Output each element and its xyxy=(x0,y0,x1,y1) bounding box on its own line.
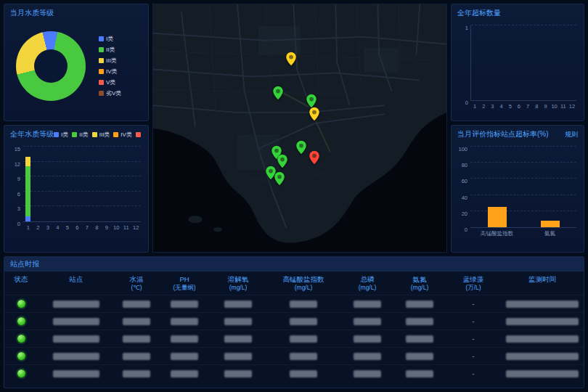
column-header-line1: 溶解氧 xyxy=(228,275,249,283)
status-indicator xyxy=(17,335,25,343)
redacted-value xyxy=(354,370,381,377)
x-axis-label: 12 xyxy=(568,103,576,110)
table-cell xyxy=(341,318,393,325)
legend-label: II类 xyxy=(106,46,115,54)
pie-body: I类II类III类IV类V类劣V类 xyxy=(4,20,148,113)
redacted-value xyxy=(290,318,317,325)
redacted-value xyxy=(171,353,198,360)
legend-swatch xyxy=(72,132,77,137)
column-header-line2: (无量纲) xyxy=(158,284,211,292)
legend-label: IV类 xyxy=(121,131,132,139)
panel-header: 当月水质等级 xyxy=(4,4,148,20)
y-axis-label: 1 xyxy=(465,25,468,31)
bar-segment xyxy=(25,216,30,221)
station-marker[interactable] xyxy=(296,140,307,158)
station-marker[interactable] xyxy=(285,52,296,69)
redacted-value xyxy=(123,335,150,343)
y-axis-label: 0 xyxy=(465,99,468,106)
station-marker[interactable] xyxy=(309,150,320,168)
redacted-value xyxy=(224,301,252,308)
column-header-line2: (万/L) xyxy=(446,284,501,292)
column-header: PH(无量纲) xyxy=(158,275,211,292)
bar-slot xyxy=(82,147,92,221)
station-report-table: 站点时报 状态站点水温(℃)PH(无量纲)溶解氧(mg/L)高锰酸盐指数(mg/… xyxy=(4,256,584,388)
bar-slot xyxy=(102,147,112,221)
column-header: 监测时间 xyxy=(501,275,584,292)
x-axis-label: 高锰酸盐指数 xyxy=(470,230,523,237)
table-cell xyxy=(115,370,158,377)
redacted-value xyxy=(171,318,198,325)
y-axis-label: 80 xyxy=(462,162,467,168)
stacked-bar xyxy=(123,147,128,221)
redacted-value xyxy=(406,370,433,377)
table-row: - xyxy=(4,312,584,330)
legend-item[interactable]: V类 xyxy=(136,131,142,139)
legend-item[interactable]: I类 xyxy=(99,35,121,43)
station-marker[interactable] xyxy=(274,171,285,189)
bar-slot xyxy=(131,147,142,221)
table-cell xyxy=(211,370,266,377)
rules-link[interactable]: 规则 xyxy=(565,130,578,139)
table-row: - xyxy=(4,330,584,347)
bar-slot xyxy=(92,147,102,221)
donut-chart xyxy=(16,31,86,101)
station-marker[interactable] xyxy=(272,86,283,103)
legend-item[interactable]: 劣V类 xyxy=(99,89,121,97)
table-cell xyxy=(393,335,446,343)
legend-item[interactable]: IV类 xyxy=(99,68,121,75)
legend-label: V类 xyxy=(106,78,115,86)
x-axis-label: 12 xyxy=(131,224,142,231)
x-axis-label: 3 xyxy=(488,103,497,110)
table-cell xyxy=(341,353,393,360)
stacked-bar xyxy=(55,147,60,221)
table-row: - xyxy=(4,364,584,382)
y-axis-label: 0 xyxy=(17,221,20,227)
table-cell xyxy=(158,370,211,377)
redacted-value xyxy=(171,370,198,377)
redacted-timestamp xyxy=(506,301,579,308)
table-cell xyxy=(501,353,584,360)
legend-item[interactable]: V类 xyxy=(99,78,121,86)
legend-item[interactable]: IV类 xyxy=(113,131,132,139)
legend-item[interactable]: III类 xyxy=(92,131,110,139)
column-header-line1: 水温 xyxy=(130,275,144,283)
column-header-line1: 监测时间 xyxy=(528,275,556,283)
legend-item[interactable]: II类 xyxy=(72,131,88,139)
redacted-site-name xyxy=(53,318,99,325)
x-axis-label: 6 xyxy=(73,224,83,231)
table-cell xyxy=(341,335,393,343)
redacted-site-name xyxy=(53,301,99,308)
legend-item[interactable]: II类 xyxy=(99,46,121,54)
table-cell xyxy=(4,300,38,308)
legend-item[interactable]: III类 xyxy=(99,57,121,65)
x-axis-label: 8 xyxy=(532,103,541,110)
panel-month-quality: 当月水质等级 I类II类III类IV类V类劣V类 xyxy=(4,4,149,121)
column-header: 溶解氧(mg/L) xyxy=(211,275,266,292)
map-canvas[interactable] xyxy=(152,4,447,253)
water-quality-dashboard: 当月水质等级 I类II类III类IV类V类劣V类 xyxy=(0,0,588,392)
station-marker[interactable] xyxy=(277,154,287,171)
column-header-line1: 蓝绿藻 xyxy=(463,275,484,283)
panel-title: 全年超标数量 xyxy=(457,8,501,18)
column-header: 总磷(mg/L) xyxy=(341,275,393,292)
redacted-value xyxy=(290,370,317,377)
column-header-line2: (mg/L) xyxy=(211,284,266,292)
station-marker[interactable] xyxy=(309,107,320,124)
gridline xyxy=(471,25,576,25)
rate-bar xyxy=(488,207,507,227)
redacted-value xyxy=(224,335,252,343)
redacted-value xyxy=(290,301,317,308)
bar-slot xyxy=(23,147,33,221)
table-cell xyxy=(4,352,38,360)
x-axis-label: 2 xyxy=(33,224,44,231)
redacted-value xyxy=(224,370,252,377)
table-cell xyxy=(393,318,446,325)
column-header-line2: (℃) xyxy=(115,284,158,292)
table-cell xyxy=(38,301,115,308)
y-axis-label: 100 xyxy=(458,146,467,152)
x-axis-label: 5 xyxy=(62,224,73,231)
pie-legend: I类II类III类IV类V类劣V类 xyxy=(99,35,121,97)
redacted-value xyxy=(123,301,150,308)
x-axis-label: 9 xyxy=(102,224,112,231)
legend-item[interactable]: I类 xyxy=(54,131,68,139)
